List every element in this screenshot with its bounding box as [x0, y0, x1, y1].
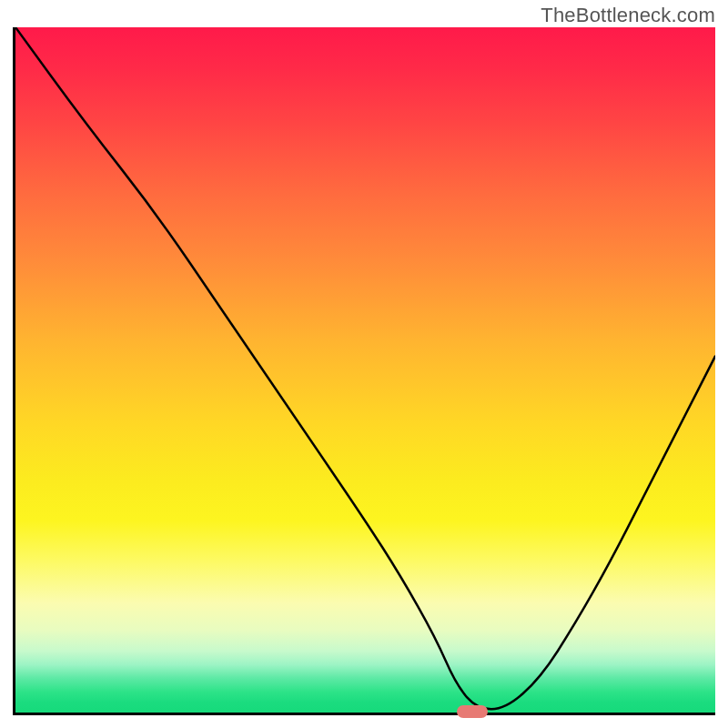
bottleneck-curve — [15, 27, 715, 709]
chart-plot-area — [13, 27, 715, 715]
chart-line-svg — [15, 27, 715, 713]
chart-marker-pill — [457, 705, 488, 718]
watermark-text: TheBottleneck.com — [541, 4, 715, 27]
